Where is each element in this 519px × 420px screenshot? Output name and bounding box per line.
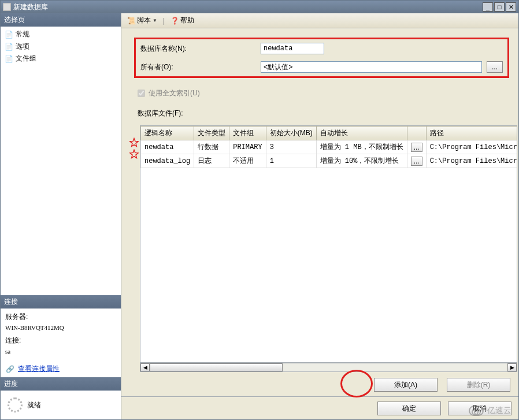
fulltext-checkbox [138,90,145,97]
cell-autogrowth: 增量为 1 MB，不限制增长 [316,140,407,154]
cell-initial-size[interactable]: 3 [266,140,316,154]
window-icon [3,3,11,11]
view-connection-properties-link[interactable]: 查看连接属性 [18,364,60,374]
col-autogrowth[interactable]: 自动增长 [316,127,407,140]
cell-file-type: 行数据 [194,140,229,154]
autogrowth-edit-button[interactable]: ... [411,157,422,166]
sidebar: 选择页 📄 常规 📄 选项 📄 文件组 连接 服务器: WIN [1,13,121,419]
fulltext-checkbox-row: 使用全文索引(U) [138,88,509,98]
help-label: 帮助 [180,16,194,25]
cell-initial-size[interactable]: 1 [266,154,316,168]
col-autogrowth-btn [407,127,426,140]
cell-filegroup: 不适用 [229,154,266,168]
titlebar[interactable]: 新建数据库 _ □ ✕ [1,1,518,13]
fulltext-label: 使用全文索引(U) [149,88,200,98]
cell-logical-name[interactable]: newdata [141,140,194,154]
conn-value: sa [5,348,116,355]
owner-input[interactable] [261,61,482,73]
sidebar-item-label: 常规 [16,29,29,39]
col-filegroup[interactable]: 文件组 [229,127,266,140]
page-icon: 📄 [4,54,13,64]
sidebar-item-filegroups[interactable]: 📄 文件组 [4,53,117,64]
toolbar-divider: | [163,17,165,25]
server-label: 服务器: [5,312,116,322]
ok-button[interactable]: 确定 [377,402,441,415]
script-icon: 📜 [127,17,135,25]
help-icon: ❓ [170,17,179,25]
script-label: 脚本 [137,16,151,25]
sidebar-item-label: 文件组 [16,54,36,64]
scroll-track[interactable] [150,363,507,371]
cell-path[interactable]: C:\Program Files\Micr [426,154,517,168]
toolbar: 📜 脚本 ▼ | ❓ 帮助 [121,13,518,28]
form-area: 数据库名称(N): 所有者(O): ... [126,28,517,125]
dialog-footer: 确定 取消 [121,396,518,419]
page-icon: 📄 [4,42,13,51]
owner-label: 所有者(O): [140,62,256,72]
chevron-down-icon: ▼ [153,18,157,23]
progress-area: 就绪 [1,391,121,419]
connection-info: 服务器: WIN-B8RVQT412MQ 连接: sa 🔗 查看连接属性 [1,309,121,377]
close-button[interactable]: ✕ [506,2,516,12]
link-icon: 🔗 [5,365,14,374]
cell-path[interactable]: C:\Program Files\Micr [426,140,517,154]
autogrowth-edit-button[interactable]: ... [411,143,422,152]
minimize-button[interactable]: _ [483,2,493,12]
db-name-label: 数据库名称(N): [140,44,256,54]
scroll-left-button[interactable]: ◀ [140,363,150,371]
select-page-header: 选择页 [1,13,121,27]
connection-header: 连接 [1,295,121,309]
sidebar-item-label: 选项 [16,42,29,51]
cell-autogrowth: 增量为 10%，不限制增长 [316,154,407,168]
col-path[interactable]: 路径 [426,127,517,140]
col-initial-size[interactable]: 初始大小(MB) [266,127,316,140]
highlight-box: 数据库名称(N): 所有者(O): ... [134,38,509,78]
scroll-thumb[interactable] [150,363,283,371]
spinner-icon [8,397,23,412]
table-row[interactable]: newdata 行数据 PRIMARY 3 增量为 1 MB，不限制增长 ...… [141,140,518,154]
cell-filegroup[interactable]: PRIMARY [229,140,266,154]
highlight-circle [340,370,373,397]
files-label: 数据库文件(F): [138,109,509,118]
remove-button: 删除(R) [447,378,510,392]
progress-header: 进度 [1,377,121,391]
add-button[interactable]: 添加(A) [374,378,438,392]
content-pane: 📜 脚本 ▼ | ❓ 帮助 数据库名称(N): [121,13,518,419]
cell-file-type: 日志 [194,154,229,168]
dialog-window: 新建数据库 _ □ ✕ 选择页 📄 常规 📄 选项 📄 文件组 [0,0,519,420]
conn-label: 连接: [5,336,116,345]
sidebar-item-options[interactable]: 📄 选项 [4,41,117,52]
scroll-right-button[interactable]: ▶ [507,363,517,371]
col-file-type[interactable]: 文件类型 [194,127,229,140]
help-button[interactable]: ❓ 帮助 [168,14,197,27]
script-button[interactable]: 📜 脚本 ▼ [125,14,160,27]
page-list: 📄 常规 📄 选项 📄 文件组 [1,27,121,68]
ready-label: 就绪 [27,400,41,410]
files-table-wrap: 逻辑名称 文件类型 文件组 初始大小(MB) 自动增长 路径 [129,125,517,372]
star-annotation-icon [128,148,140,160]
cancel-button[interactable]: 取消 [448,402,511,415]
server-value: WIN-B8RVQT412MQ [5,324,116,331]
page-icon: 📄 [4,30,13,39]
sidebar-item-general[interactable]: 📄 常规 [4,29,117,40]
horizontal-scrollbar[interactable]: ◀ ▶ [140,363,517,372]
owner-browse-button[interactable]: ... [487,61,503,73]
db-name-input[interactable] [261,43,324,54]
window-title: 新建数据库 [13,2,48,12]
cell-logical-name[interactable]: newdata_log [141,154,194,168]
col-logical-name[interactable]: 逻辑名称 [141,127,194,140]
files-table[interactable]: 逻辑名称 文件类型 文件组 初始大小(MB) 自动增长 路径 [140,125,517,363]
table-row[interactable]: newdata_log 日志 不适用 1 增量为 10%，不限制增长 ... C… [141,154,518,168]
maximize-button[interactable]: □ [494,2,505,12]
star-annotation-icon [128,137,140,148]
